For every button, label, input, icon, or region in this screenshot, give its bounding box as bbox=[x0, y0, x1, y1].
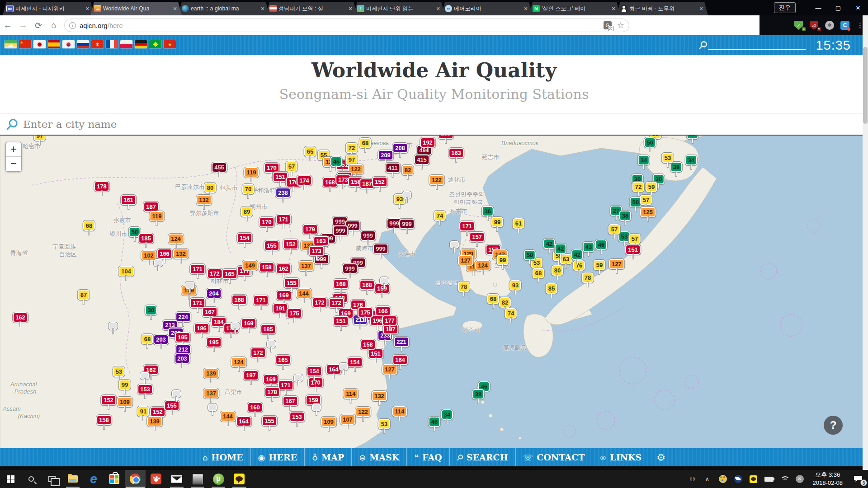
aqi-marker[interactable]: 139 bbox=[147, 416, 162, 427]
aqi-marker[interactable]: 160 bbox=[247, 402, 263, 413]
restore-button[interactable]: ▢ bbox=[828, 5, 848, 11]
aqi-marker[interactable]: 159 bbox=[374, 283, 390, 294]
aqi-marker[interactable]: 122 bbox=[429, 175, 444, 185]
aqi-marker[interactable]: 87 bbox=[78, 290, 90, 300]
aqi-marker[interactable]: 155 bbox=[264, 240, 279, 251]
aqi-marker[interactable]: 99 bbox=[497, 255, 509, 265]
nav-item-mask[interactable]: ⊜MASK bbox=[351, 448, 406, 466]
aqi-marker[interactable]: 82 bbox=[499, 297, 511, 308]
film-extension-icon[interactable]: ✱ bbox=[825, 21, 834, 30]
aqi-marker[interactable]: 70 bbox=[242, 184, 254, 194]
aqi-marker[interactable]: 161 bbox=[121, 195, 136, 205]
taskbar-mail-icon[interactable] bbox=[166, 470, 187, 488]
aqi-marker[interactable]: 177 bbox=[382, 315, 397, 326]
aqi-marker[interactable]: 78 bbox=[582, 272, 594, 283]
page-info-icon[interactable]: i bbox=[69, 22, 76, 29]
aqi-marker[interactable]: 42 bbox=[571, 249, 583, 260]
aqi-marker[interactable]: 163 bbox=[448, 148, 464, 158]
aqi-marker[interactable]: 158 bbox=[259, 262, 274, 272]
aqi-marker[interactable]: 152 bbox=[101, 395, 116, 405]
aqi-marker[interactable]: 172 bbox=[329, 298, 344, 308]
aqi-marker[interactable]: 155 bbox=[284, 278, 299, 288]
poland-flag-icon[interactable] bbox=[120, 40, 132, 48]
aqi-marker[interactable]: 179 bbox=[302, 224, 318, 235]
browser-tab-1[interactable]: dc미세먼지 - 디시위키✕ bbox=[3, 2, 94, 15]
header-search-icon[interactable]: ⚲ bbox=[696, 38, 709, 52]
taskbar-gom-player-icon[interactable] bbox=[146, 470, 166, 488]
russia-flag-icon[interactable] bbox=[77, 40, 89, 48]
aqi-marker[interactable]: 197 bbox=[243, 370, 259, 380]
aqi-marker[interactable]: 187 bbox=[143, 202, 159, 212]
aqi-marker[interactable]: 186 bbox=[194, 323, 209, 333]
aqi-marker[interactable]: 119 bbox=[150, 211, 165, 221]
aqi-marker[interactable]: 68 bbox=[359, 138, 371, 148]
aqi-marker[interactable] bbox=[108, 322, 118, 330]
taskbar-utorrent-icon[interactable]: µ bbox=[208, 470, 229, 488]
aqi-marker[interactable]: 195 bbox=[175, 332, 190, 343]
aqi-marker[interactable]: 42 bbox=[543, 239, 555, 249]
taskbar-start-icon[interactable] bbox=[0, 470, 21, 488]
aqi-marker[interactable]: 167 bbox=[283, 396, 298, 406]
aqi-marker[interactable]: 171 bbox=[459, 221, 475, 231]
taskbar-search-icon[interactable] bbox=[21, 470, 42, 488]
aqi-marker[interactable]: 68 bbox=[487, 294, 499, 304]
aqi-marker[interactable]: 119 bbox=[244, 167, 259, 178]
taskbar-edge-icon[interactable]: e bbox=[83, 470, 104, 488]
aqi-marker[interactable]: 152 bbox=[150, 407, 165, 417]
aqi-marker[interactable]: 191 bbox=[273, 303, 288, 314]
taskbar-clock[interactable]: 오후 3:36 2018-02-08 bbox=[813, 471, 843, 487]
action-center-button[interactable]: 8 bbox=[848, 470, 868, 488]
aqi-marker[interactable]: 192 bbox=[420, 137, 435, 148]
aqi-marker[interactable]: 168 bbox=[333, 279, 349, 289]
aqi-marker[interactable]: 174 bbox=[297, 175, 312, 186]
aqi-marker[interactable] bbox=[450, 241, 459, 249]
browser-tab-4[interactable]: 성남대기 오염 : 실✕ bbox=[266, 2, 357, 15]
browser-tab-3[interactable]: earth :: a global ma✕ bbox=[178, 2, 269, 15]
aqi-marker[interactable]: 999 bbox=[399, 219, 415, 229]
aqi-marker[interactable]: 74 bbox=[505, 308, 517, 319]
page-scrollbar[interactable] bbox=[863, 15, 868, 470]
aqi-marker[interactable]: 169 bbox=[241, 318, 256, 328]
aqi-marker[interactable] bbox=[208, 404, 217, 411]
profile-button[interactable]: 진우 bbox=[774, 2, 796, 13]
aqi-marker[interactable]: 104 bbox=[118, 266, 134, 277]
aqi-marker[interactable]: 153 bbox=[137, 384, 153, 394]
aqi-marker[interactable]: 999 bbox=[360, 230, 376, 241]
aqi-marker[interactable]: 151 bbox=[625, 244, 641, 255]
aqi-marker[interactable]: 171 bbox=[253, 295, 269, 305]
aqi-marker[interactable]: 25 bbox=[687, 136, 698, 139]
aqi-marker[interactable]: 72 bbox=[632, 182, 644, 192]
aqi-marker[interactable]: 99 bbox=[491, 217, 503, 227]
aqi-marker[interactable]: 999 bbox=[373, 244, 388, 254]
aqi-marker[interactable]: 204 bbox=[206, 288, 222, 299]
aqi-marker[interactable]: 124 bbox=[475, 260, 491, 271]
tab-close-icon[interactable]: ✕ bbox=[610, 6, 617, 12]
nav-item-here[interactable]: ◉HERE bbox=[250, 448, 304, 466]
aqi-marker[interactable]: 203 bbox=[175, 353, 190, 364]
aqi-marker[interactable]: 171 bbox=[276, 214, 291, 225]
tray-volume-muted-icon[interactable]: ✕ bbox=[792, 470, 807, 488]
aqi-marker[interactable]: 65 bbox=[304, 146, 316, 157]
blue-extension-icon[interactable]: C bbox=[840, 21, 849, 30]
aqi-marker[interactable]: 455 bbox=[212, 162, 227, 173]
aqi-marker[interactable]: 42 bbox=[555, 244, 566, 254]
aqi-marker[interactable]: 158 bbox=[360, 339, 376, 350]
aqi-marker[interactable]: 38 bbox=[472, 389, 484, 399]
nav-item-home[interactable]: ⌂HOME bbox=[195, 448, 250, 466]
taskbar-console-icon[interactable] bbox=[187, 470, 208, 488]
aqi-marker[interactable]: 125 bbox=[640, 207, 656, 217]
aqi-marker[interactable]: 57 bbox=[286, 161, 297, 172]
aqi-marker[interactable]: 127 bbox=[609, 259, 624, 269]
aqi-marker[interactable]: 82 bbox=[402, 165, 414, 175]
aqi-marker[interactable]: 151 bbox=[333, 316, 349, 326]
aqi-marker[interactable]: 163 bbox=[313, 236, 329, 246]
aqi-marker[interactable]: 74 bbox=[434, 211, 446, 221]
aqi-marker[interactable]: 154 bbox=[307, 366, 322, 376]
aqi-marker[interactable]: 68 bbox=[533, 268, 544, 278]
tab-close-icon[interactable]: ✕ bbox=[435, 6, 441, 12]
aqi-marker[interactable]: 78 bbox=[458, 282, 470, 292]
browser-tab-8[interactable]: 최근 바뀜 - 노무위✕ bbox=[617, 2, 708, 15]
taskbar-chrome-icon[interactable] bbox=[125, 470, 146, 488]
aqi-marker[interactable] bbox=[312, 404, 321, 411]
aqi-marker[interactable]: 46 bbox=[429, 417, 440, 427]
